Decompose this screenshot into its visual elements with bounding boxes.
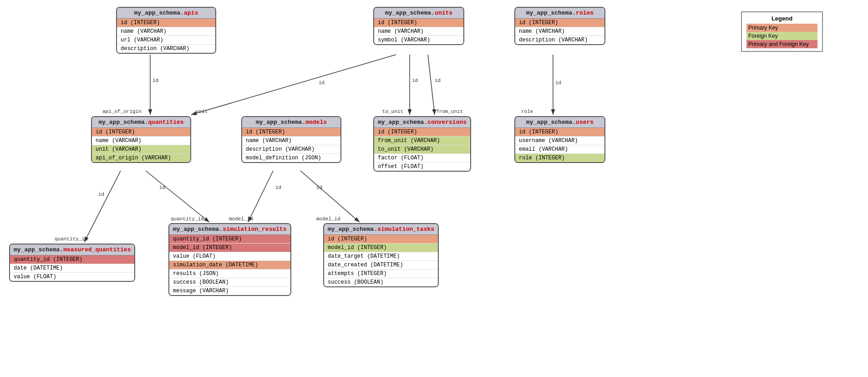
- table-measured-quantities: my_app_schema.measured_quantities quanti…: [9, 244, 135, 282]
- svg-line-22: [248, 171, 273, 222]
- table-models-header: my_app_schema.models: [242, 117, 340, 128]
- svg-text:api_of_origin: api_of_origin: [102, 109, 142, 114]
- legend-foreign-key: Foreign Key: [746, 32, 817, 40]
- table-row: name (VARCHAR): [374, 27, 463, 36]
- table-row: name (VARCHAR): [515, 27, 604, 36]
- table-row: date_target (DATETIME): [324, 252, 438, 261]
- table-simulation-tasks-header: my_app_schema.simulation_tasks: [324, 224, 438, 235]
- legend-title: Legend: [746, 15, 817, 22]
- table-row: role (INTEGER): [515, 154, 604, 162]
- apis-schema: my_app_schema.: [134, 10, 184, 16]
- table-simulation-results-header: my_app_schema.simulation_results: [169, 224, 290, 235]
- table-roles-header: my_app_schema.roles: [515, 8, 604, 19]
- svg-text:model_id: model_id: [316, 216, 340, 222]
- legend-primary-key: Primary Key: [746, 24, 817, 32]
- diagram-container: id api_of_origin id unit id to_unit id f…: [0, 0, 868, 377]
- table-row: offset (FLOAT): [374, 163, 470, 171]
- table-row: success (BOOLEAN): [169, 278, 290, 287]
- table-row: name (VARCHAR): [92, 137, 190, 145]
- table-row: model_id (INTEGER): [324, 244, 438, 252]
- svg-text:unit: unit: [196, 109, 208, 114]
- table-row: id (INTEGER): [374, 19, 463, 27]
- table-row: description (VARCHAR): [515, 36, 604, 44]
- table-simulation-tasks: my_app_schema.simulation_tasks id (INTEG…: [323, 223, 439, 287]
- table-row: name (VARCHAR): [242, 137, 340, 145]
- apis-name: apis: [184, 10, 198, 16]
- table-quantities: my_app_schema.quantities id (INTEGER) na…: [91, 116, 191, 163]
- table-row: name (VARCHAR): [117, 27, 215, 36]
- table-row: api_of_origin (VARCHAR): [92, 154, 190, 162]
- svg-line-19: [146, 171, 209, 222]
- svg-text:id: id: [412, 78, 418, 83]
- table-row: url (VARCHAR): [117, 36, 215, 45]
- table-row: model_definition (JSON): [242, 154, 340, 162]
- table-row: from_unit (VARCHAR): [374, 137, 470, 145]
- svg-line-10: [428, 55, 435, 115]
- table-roles: my_app_schema.roles id (INTEGER) name (V…: [514, 7, 605, 45]
- table-row: simulation_date (DATETIME): [169, 261, 290, 270]
- svg-line-4: [191, 55, 396, 115]
- table-units: my_app_schema.units id (INTEGER) name (V…: [373, 7, 464, 45]
- table-row: email (VARCHAR): [515, 145, 604, 154]
- table-row: id (INTEGER): [242, 128, 340, 137]
- svg-text:id: id: [98, 192, 104, 197]
- table-measured-quantities-header: my_app_schema.measured_quantities: [10, 245, 134, 255]
- table-row: id (INTEGER): [374, 128, 470, 137]
- svg-text:id: id: [435, 78, 441, 83]
- table-row: message (VARCHAR): [169, 287, 290, 295]
- table-row: model_id (INTEGER): [169, 244, 290, 252]
- table-row: factor (FLOAT): [374, 154, 470, 163]
- table-row: date (DATETIME): [10, 264, 134, 273]
- svg-text:id: id: [275, 185, 281, 190]
- svg-text:id: id: [319, 80, 325, 86]
- legend-both-keys: Primary and Foreign Key: [746, 40, 817, 48]
- svg-text:from_unit: from_unit: [436, 109, 463, 114]
- table-row: unit (VARCHAR): [92, 145, 190, 154]
- table-row: quantity_id (INTEGER): [10, 255, 134, 264]
- table-units-header: my_app_schema.units: [374, 8, 463, 19]
- svg-text:quantity_id: quantity_id: [171, 216, 204, 222]
- table-row: attempts (INTEGER): [324, 270, 438, 278]
- table-row: results (JSON): [169, 270, 290, 278]
- table-conversions: my_app_schema.conversions id (INTEGER) f…: [373, 116, 471, 172]
- table-row: id (INTEGER): [92, 128, 190, 137]
- table-row: quantity_id (INTEGER): [169, 235, 290, 244]
- table-row: description (VARCHAR): [117, 45, 215, 53]
- svg-text:id: id: [159, 185, 165, 190]
- table-simulation-results: my_app_schema.simulation_results quantit…: [168, 223, 291, 296]
- table-row: success (BOOLEAN): [324, 278, 438, 286]
- table-apis: my_app_schema.apis id (INTEGER) name (VA…: [116, 7, 216, 54]
- table-row: id (INTEGER): [117, 19, 215, 27]
- table-conversions-header: my_app_schema.conversions: [374, 117, 470, 128]
- svg-text:to_unit: to_unit: [382, 109, 403, 114]
- table-row: username (VARCHAR): [515, 137, 604, 145]
- table-row: id (INTEGER): [515, 19, 604, 27]
- svg-line-25: [300, 171, 360, 222]
- table-quantities-header: my_app_schema.quantities: [92, 117, 190, 128]
- arrows-svg: id api_of_origin id unit id to_unit id f…: [0, 0, 868, 377]
- table-row: value (FLOAT): [10, 273, 134, 281]
- table-users: my_app_schema.users id (INTEGER) usernam…: [514, 116, 605, 163]
- svg-text:role: role: [521, 109, 533, 114]
- svg-text:id: id: [555, 80, 561, 86]
- table-row: id (INTEGER): [515, 128, 604, 137]
- table-row: to_unit (VARCHAR): [374, 145, 470, 154]
- svg-line-16: [84, 171, 121, 242]
- svg-text:model_id: model_id: [229, 216, 253, 222]
- table-row: date_created (DATETIME): [324, 261, 438, 270]
- table-row: value (FLOAT): [169, 252, 290, 261]
- table-row: id (INTEGER): [324, 235, 438, 244]
- table-models: my_app_schema.models id (INTEGER) name (…: [241, 116, 341, 163]
- table-apis-header: my_app_schema.apis: [117, 8, 215, 19]
- svg-text:id: id: [152, 78, 158, 83]
- table-row: description (VARCHAR): [242, 145, 340, 154]
- svg-text:quantity_id: quantity_id: [55, 236, 88, 242]
- legend-box: Legend Primary Key Foreign Key Primary a…: [741, 11, 823, 52]
- table-row: symbol (VARCHAR): [374, 36, 463, 44]
- svg-text:id: id: [316, 185, 322, 190]
- table-users-header: my_app_schema.users: [515, 117, 604, 128]
